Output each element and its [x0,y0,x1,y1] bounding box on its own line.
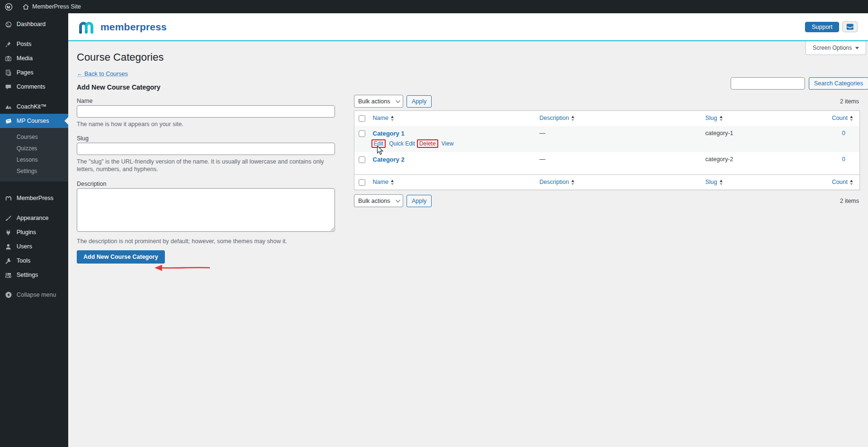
select-row-checkbox[interactable] [359,130,365,137]
sidebar-item-tools[interactable]: Tools [0,254,68,268]
slug-hint: The "slug" is the URL-friendly version o… [77,158,335,173]
mouse-cursor [377,146,384,155]
sidebar-item-dashboard[interactable]: Dashboard [0,17,68,31]
inbox-button[interactable] [842,21,858,32]
quick-edit-link[interactable]: Quick Edit [389,140,415,147]
sidebar-item-label: Tools [17,257,30,264]
sort-by-count[interactable]: Count [832,115,853,121]
courses-icon [4,117,12,125]
bulk-actions-select[interactable]: Bulk actions [354,95,403,108]
view-link[interactable]: View [442,140,454,147]
submenu-item-lessons[interactable]: Lessons [0,154,68,165]
items-count: 2 items [840,98,860,105]
bulk-actions-select[interactable]: Bulk actions [354,194,403,207]
select-row-checkbox[interactable] [359,156,365,163]
home-icon [22,3,29,10]
sidebar-item-coachkit[interactable]: CoachKit™ [0,100,68,114]
page-title: Course Categories [77,51,163,64]
add-new-course-category-button[interactable]: Add New Course Category [77,250,165,264]
description-cell: — [537,126,703,152]
submenu-item-courses[interactable]: Courses [0,131,68,143]
delete-link[interactable]: Delete [419,140,436,147]
memberpress-header: memberpress Support [68,13,868,41]
memberpress-m-icon [4,194,12,202]
admin-bar: MemberPress Site [0,0,868,13]
sidebar-item-label: MP Courses [17,118,49,124]
sidebar-item-label: Appearance [17,215,48,221]
chevron-down-icon [855,47,859,49]
sort-by-name[interactable]: Name [373,115,394,121]
name-field[interactable] [77,105,335,118]
column-header-name: Name [373,179,389,185]
settings-sliders-icon [4,271,12,279]
sidebar-item-posts[interactable]: Posts [0,37,68,51]
apply-button[interactable]: Apply [407,195,432,207]
submenu-item-quizzes[interactable]: Quizzes [0,143,68,154]
description-field[interactable] [77,188,335,232]
apply-button[interactable]: Apply [407,95,432,108]
sort-icon [571,180,574,185]
active-item-notch [64,117,68,125]
table-header: Name Description Slug Count [354,111,860,126]
collapse-menu-icon [4,291,12,299]
mountains-icon [4,103,12,111]
column-header-name: Name [373,115,389,121]
site-link[interactable]: MemberPress Site [18,0,86,13]
count-link[interactable]: 0 [842,156,845,163]
sort-by-slug[interactable]: Slug [705,179,723,185]
screen-options-toggle[interactable]: Screen Options [805,41,866,55]
search-categories-button[interactable]: Search Categories [809,77,868,90]
category-link[interactable]: Category 1 [373,130,405,137]
sidebar-item-comments[interactable]: Comments [0,80,68,94]
user-icon [4,243,12,251]
annotation-box-delete: Delete [417,139,438,148]
support-button[interactable]: Support [805,22,839,32]
dashboard-icon [4,20,12,28]
column-header-description: Description [540,115,570,121]
sidebar-item-label: Comments [17,83,45,90]
category-link[interactable]: Category 2 [373,156,405,163]
select-all-checkbox[interactable] [359,115,365,122]
submenu-item-settings[interactable]: Settings [0,165,68,177]
sidebar-item-label: Pages [17,69,33,76]
search-input[interactable] [731,77,805,90]
sort-icon [391,180,394,185]
site-name: MemberPress Site [32,3,81,10]
pages-icon [4,69,12,77]
sort-by-count[interactable]: Count [832,179,853,185]
sidebar-item-memberpress[interactable]: MemberPress [0,191,68,205]
sidebar-item-appearance[interactable]: Appearance [0,211,68,225]
form-heading: Add New Course Category [77,83,335,91]
wrench-icon [4,257,12,265]
sidebar-item-label: Users [17,243,32,250]
select-all-checkbox[interactable] [359,179,365,186]
wordpress-menu[interactable] [0,0,18,13]
sort-by-description[interactable]: Description [540,179,575,185]
count-link[interactable]: 0 [842,130,845,137]
sort-by-name[interactable]: Name [373,179,394,185]
sort-icon [720,116,723,121]
table-row: Category 2 — category-2 0 [354,152,860,175]
sort-by-slug[interactable]: Slug [705,115,723,121]
name-label: Name [77,98,335,105]
sort-by-description[interactable]: Description [540,115,575,121]
sidebar-item-mp-courses[interactable]: MP Courses [0,114,68,128]
sidebar-item-label: Plugins [17,229,36,236]
sidebar-item-users[interactable]: Users [0,239,68,254]
sidebar-item-media[interactable]: Media [0,51,68,65]
sidebar-item-settings[interactable]: Settings [0,268,68,282]
sidebar-item-collapse-menu[interactable]: Collapse menu [0,288,68,302]
memberpress-brand: memberpress [77,19,167,35]
sidebar-item-plugins[interactable]: Plugins [0,225,68,239]
sidebar-item-label: CoachKit™ [17,103,46,110]
slug-field[interactable] [77,143,335,155]
description-cell: — [537,152,703,175]
sort-icon [391,116,394,121]
search-box: Search Categories [731,77,868,90]
column-header-count: Count [832,179,848,185]
sidebar-item-pages[interactable]: Pages [0,65,68,80]
sort-icon [720,180,723,185]
sort-icon [850,180,853,185]
back-to-courses-link[interactable]: ← Back to Courses [77,71,128,77]
admin-sidebar: Dashboard Posts Media Pages Comments Coa… [0,13,68,447]
